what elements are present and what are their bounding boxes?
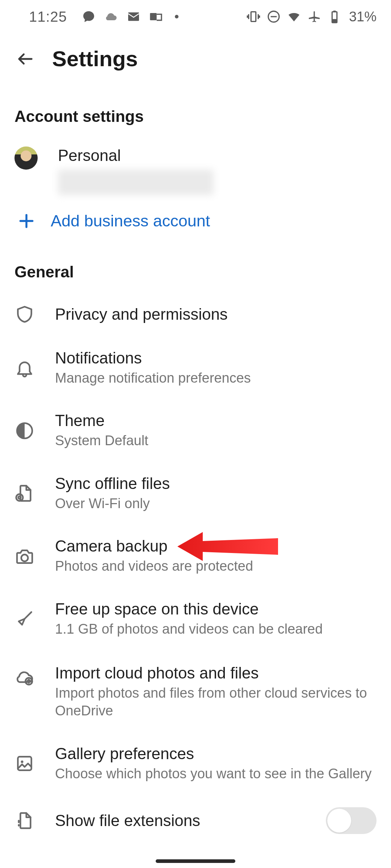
svg-rect-11 <box>18 757 31 770</box>
import-cloud-subtitle: Import photos and files from other cloud… <box>55 684 377 720</box>
svg-rect-1 <box>150 13 156 20</box>
chat-icon <box>81 9 96 24</box>
file-sync-icon <box>14 483 35 503</box>
svg-point-8 <box>16 494 23 501</box>
outlook-icon <box>149 9 163 24</box>
sync-row[interactable]: Sync offline files Over Wi-Fi only <box>0 462 391 525</box>
file-info-icon <box>14 810 35 831</box>
notifications-row[interactable]: Notifications Manage notification prefer… <box>0 337 391 399</box>
sync-title: Sync offline files <box>55 475 377 493</box>
file-ext-row[interactable]: Show file extensions <box>0 795 391 846</box>
import-cloud-row[interactable]: Import cloud photos and files Import pho… <box>0 650 391 732</box>
add-business-account-row[interactable]: Add business account <box>0 202 391 246</box>
status-time: 11:25 <box>29 9 67 25</box>
sync-subtitle: Over Wi-Fi only <box>55 495 377 512</box>
theme-row[interactable]: Theme System Default <box>0 399 391 462</box>
privacy-row[interactable]: Privacy and permissions <box>0 292 391 337</box>
header: Settings <box>0 33 391 87</box>
home-indicator[interactable] <box>156 859 235 863</box>
file-ext-title: Show file extensions <box>55 812 306 830</box>
free-space-title: Free up space on this device <box>55 600 377 618</box>
half-circle-icon <box>14 421 35 441</box>
section-header-general: General <box>0 246 391 292</box>
gallery-prefs-subtitle: Choose which photos you want to see in t… <box>55 765 377 783</box>
back-button[interactable] <box>14 48 36 70</box>
camera-backup-subtitle: Photos and videos are protected <box>55 557 377 575</box>
free-space-row[interactable]: Free up space on this device 1.1 GB of p… <box>0 588 391 650</box>
bell-icon <box>14 358 35 378</box>
notifications-title: Notifications <box>55 349 377 367</box>
plus-icon <box>17 212 35 230</box>
shield-icon <box>14 304 35 324</box>
privacy-title: Privacy and permissions <box>55 305 377 323</box>
add-business-account-label: Add business account <box>51 212 210 230</box>
gallery-prefs-row[interactable]: Gallery preferences Choose which photos … <box>0 732 391 795</box>
broom-icon <box>14 609 35 629</box>
mail-icon <box>126 9 141 24</box>
status-left: 11:25 <box>29 9 178 25</box>
file-ext-toggle[interactable] <box>326 807 377 834</box>
account-personal-row[interactable]: Personal <box>0 136 391 202</box>
more-notifications-icon <box>175 15 178 18</box>
svg-point-9 <box>21 554 28 561</box>
status-right: 31% <box>246 9 377 25</box>
page-title: Settings <box>52 46 138 71</box>
svg-rect-5 <box>333 10 336 12</box>
gallery-prefs-title: Gallery preferences <box>55 745 377 763</box>
svg-point-12 <box>21 761 24 763</box>
section-header-account: Account settings <box>0 87 391 136</box>
image-icon <box>14 753 35 774</box>
battery-icon <box>327 9 342 24</box>
free-space-subtitle: 1.1 GB of photos and videos can be clear… <box>55 620 377 638</box>
account-email-redacted <box>58 170 214 195</box>
dnd-icon <box>266 9 281 24</box>
svg-rect-0 <box>128 12 139 21</box>
wifi-icon <box>287 9 301 24</box>
battery-percentage: 31% <box>349 9 377 25</box>
account-personal-label: Personal <box>58 146 377 165</box>
vibrate-icon <box>246 9 261 24</box>
avatar <box>14 146 38 170</box>
cloud-upload-icon <box>14 667 35 687</box>
import-cloud-title: Import cloud photos and files <box>55 664 377 682</box>
notifications-subtitle: Manage notification preferences <box>55 369 377 387</box>
cloud-icon <box>104 9 118 24</box>
svg-rect-2 <box>251 12 256 22</box>
camera-icon <box>14 546 35 566</box>
camera-backup-title: Camera backup <box>55 537 377 555</box>
theme-subtitle: System Default <box>55 432 377 450</box>
status-bar: 11:25 31% <box>0 0 391 33</box>
svg-rect-6 <box>333 19 336 22</box>
airplane-icon <box>307 9 321 24</box>
camera-backup-row[interactable]: Camera backup Photos and videos are prot… <box>0 525 391 587</box>
theme-title: Theme <box>55 412 377 430</box>
